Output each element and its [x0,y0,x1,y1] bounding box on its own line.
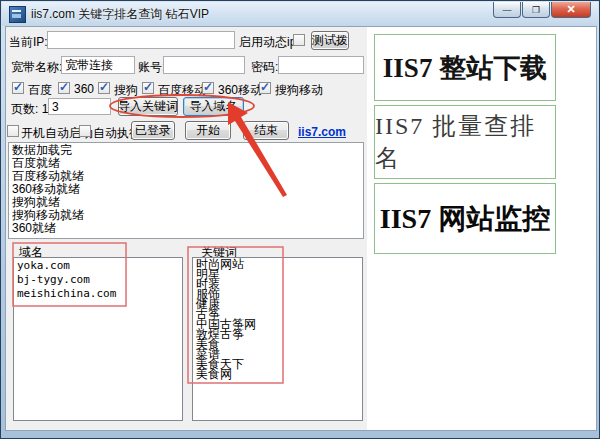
engine-label-sogou-mobile: 搜狗移动 [275,82,323,99]
dynamic-ip-label: 启用动态ip: [239,34,300,51]
domain-item[interactable]: meishichina.com [17,287,179,301]
engine-label-360: 360 [74,82,94,96]
keyword-item[interactable]: 时装 [196,279,359,289]
domain-list[interactable]: yoka.com bj-tygy.com meishichina.com [13,257,183,421]
autostart-checkbox[interactable] [7,125,19,137]
current-ip-label: 当前IP: [9,34,48,51]
password-input[interactable] [278,56,364,74]
import-keywords-button[interactable]: 导入关键词 [118,97,178,116]
close-button-icon[interactable]: ✕ [551,2,591,18]
broadband-label: 宽带名称: [11,59,62,76]
status-log[interactable]: 数据加载完 百度就绪 百度移动就绪 360移动就绪 搜狗就绪 搜狗移动就绪 36… [8,142,364,239]
logged-in-button[interactable]: 已登录 [131,121,175,140]
account-input[interactable] [163,56,245,74]
password-label: 密码: [251,59,278,76]
keyword-item[interactable]: 时尚网站 [196,259,359,269]
current-ip-input[interactable] [47,31,235,49]
engine-label-baidu: 百度 [28,82,52,99]
log-line: 搜狗移动就绪 [12,209,360,222]
dynamic-ip-checkbox[interactable] [293,34,305,46]
keyword-item[interactable]: 健康 [196,299,359,309]
promo-banner-site-download[interactable]: IIS7 整站下载 [374,34,556,101]
engine-checkbox-360[interactable] [58,82,70,94]
log-line: 数据加载完 [12,144,360,157]
iis7-site-link[interactable]: iis7.com [298,125,346,139]
pages-input[interactable] [48,98,111,115]
promo-banner-rank-check[interactable]: IIS7 批量查排名 [374,105,556,179]
domain-item[interactable]: yoka.com [17,259,179,273]
title-bar[interactable]: iis7.com 关键字排名查询 钻石VIP — ❐ ✕ [2,2,598,26]
app-window: iis7.com 关键字排名查询 钻石VIP — ❐ ✕ 当前IP: 启用动态i… [0,0,600,439]
test-dial-button[interactable]: 测试拨 [311,31,349,50]
domain-item[interactable]: bj-tygy.com [17,273,179,287]
maximize-button-icon[interactable]: ❐ [522,2,550,18]
autorun-checkbox[interactable] [79,125,91,137]
log-line: 360就绪 [12,222,360,235]
keyword-item[interactable]: 敦煌古筝 [196,329,359,339]
engine-checkbox-baidu[interactable] [12,82,24,94]
engine-checkbox-sogou-mobile[interactable] [259,82,271,94]
broadband-input[interactable] [61,56,135,74]
minimize-button-icon[interactable]: — [493,2,521,18]
keyword-item[interactable]: 美食网 [196,369,359,379]
app-icon [9,6,26,23]
promo-banner-site-monitor[interactable]: IIS7 网站监控 [374,183,556,254]
keyword-list[interactable]: 时尚网站 明星 时装 服饰 健康 古筝 中国古筝网 敦煌古筝 美食 菜谱 美食天… [192,257,363,421]
stop-button[interactable]: 结束 [243,121,289,140]
import-domains-button[interactable]: 导入域名 [183,97,244,116]
log-line: 360移动就绪 [12,183,360,196]
window-title: iis7.com 关键字排名查询 钻石VIP [31,6,209,23]
account-label: 账号: [138,59,165,76]
engine-checkbox-baidu-mobile[interactable] [142,82,154,94]
start-button[interactable]: 开始 [185,121,231,140]
engine-checkbox-sogou[interactable] [98,82,110,94]
keyword-item[interactable]: 服饰 [196,289,359,299]
engine-checkbox-360-mobile[interactable] [202,82,214,94]
